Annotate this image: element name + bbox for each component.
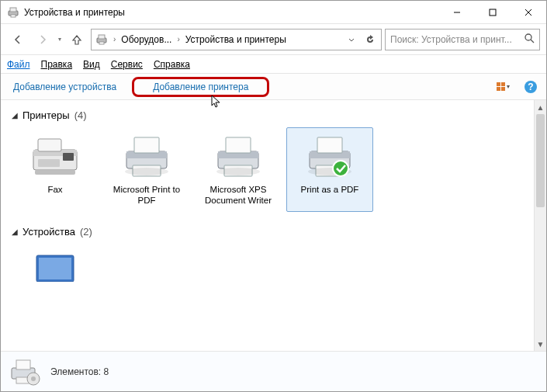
navigation-bar: ▾ › Оборудов... › Устройства и принтеры … xyxy=(1,24,546,55)
device-label: Print as a PDF xyxy=(301,184,359,195)
window-title: Устройства и принтеры xyxy=(24,7,439,18)
status-bar: Элементов: 8 xyxy=(1,351,546,391)
address-bar[interactable]: › Оборудов... › Устройства и принтеры xyxy=(91,29,382,50)
back-button[interactable] xyxy=(7,29,29,50)
search-placeholder: Поиск: Устройства и принт... xyxy=(390,34,512,45)
breadcrumb-sep-icon[interactable]: › xyxy=(113,35,116,43)
menu-help[interactable]: Справка xyxy=(154,59,190,70)
svg-point-35 xyxy=(333,161,348,176)
svg-line-11 xyxy=(531,40,534,43)
section-printers-label: Принтеры xyxy=(23,109,70,121)
device-label: Microsoft XPS Document Writer xyxy=(199,184,278,206)
maximize-button[interactable] xyxy=(475,1,511,24)
svg-rect-32 xyxy=(317,137,342,153)
printer-icon xyxy=(119,133,175,179)
printer-default-icon xyxy=(302,133,358,179)
device-print-as-pdf[interactable]: Print as a PDF xyxy=(286,127,373,212)
section-devices-header[interactable]: ◢ Устройства (2) xyxy=(12,226,523,238)
svg-rect-37 xyxy=(39,258,71,279)
section-printers-count: (4) xyxy=(74,109,87,121)
refresh-button[interactable] xyxy=(362,31,378,48)
devices-printers-icon xyxy=(95,33,109,47)
device-label: Fax xyxy=(47,184,62,195)
device-label: Microsoft Print to PDF xyxy=(107,184,186,206)
svg-rect-41 xyxy=(16,360,30,369)
section-devices-label: Устройства xyxy=(23,226,75,238)
breadcrumb-devices-printers[interactable]: Устройства и принтеры xyxy=(183,33,289,47)
svg-rect-4 xyxy=(490,9,496,16)
scroll-up-button[interactable]: ▲ xyxy=(535,100,546,114)
scroll-thumb[interactable] xyxy=(536,114,545,207)
svg-point-10 xyxy=(525,34,531,40)
menu-service[interactable]: Сервис xyxy=(111,59,143,70)
printers-grid: Fax Microsoft Print to PDF xyxy=(12,127,523,212)
svg-rect-8 xyxy=(99,35,105,39)
status-devices-icon xyxy=(9,356,41,388)
status-text: Элементов: 8 xyxy=(50,366,109,377)
printer-icon xyxy=(210,133,266,179)
section-devices-count: (2) xyxy=(80,226,92,238)
svg-rect-2 xyxy=(11,15,16,17)
main-pane: ◢ Принтеры (4) xyxy=(1,100,534,351)
caret-down-icon: ◢ xyxy=(12,227,18,236)
vertical-scrollbar[interactable]: ▲ ▼ xyxy=(534,100,546,351)
breadcrumb-hardware[interactable]: Оборудов... xyxy=(119,33,174,47)
svg-rect-16 xyxy=(38,139,61,151)
add-printer-label: Добавление принтера xyxy=(153,82,248,92)
window-controls xyxy=(439,1,546,24)
menu-edit[interactable]: Правка xyxy=(41,59,73,70)
svg-point-29 xyxy=(216,168,260,175)
device-ms-xps[interactable]: Microsoft XPS Document Writer xyxy=(195,127,282,212)
scroll-track[interactable] xyxy=(535,114,546,337)
svg-point-44 xyxy=(31,376,36,381)
window: Устройства и принтеры ▾ xyxy=(0,0,547,392)
recent-dropdown[interactable]: ▾ xyxy=(57,36,63,43)
caret-down-icon: ◢ xyxy=(12,111,18,120)
breadcrumb-sep-icon[interactable]: › xyxy=(177,35,179,43)
add-printer-button[interactable]: Добавление принтера xyxy=(132,77,269,97)
svg-rect-17 xyxy=(63,153,74,161)
titlebar: Устройства и принтеры xyxy=(1,1,546,24)
content-area: ◢ Принтеры (4) xyxy=(1,100,546,351)
view-options-button[interactable]: ▾ xyxy=(493,78,512,96)
device-fax[interactable]: Fax xyxy=(12,127,99,212)
svg-rect-38 xyxy=(49,282,61,283)
devices-grid xyxy=(12,244,523,283)
svg-rect-18 xyxy=(38,159,60,167)
address-dropdown-button[interactable] xyxy=(344,31,359,48)
command-bar: Добавление устройства Добавление принтер… xyxy=(1,74,546,100)
help-button[interactable]: ? xyxy=(521,78,540,96)
svg-rect-1 xyxy=(10,8,16,12)
device-monitor[interactable] xyxy=(12,244,99,283)
close-button[interactable] xyxy=(511,1,546,24)
svg-text:?: ? xyxy=(528,82,533,92)
svg-rect-27 xyxy=(226,137,251,153)
search-icon[interactable] xyxy=(524,33,535,46)
menu-bar: Файл Правка Вид Сервис Справка xyxy=(1,55,546,74)
add-device-button[interactable]: Добавление устройства xyxy=(7,78,123,95)
minimize-button[interactable] xyxy=(439,1,475,24)
menu-view[interactable]: Вид xyxy=(83,59,100,70)
devices-printers-icon xyxy=(7,6,19,19)
section-printers-header[interactable]: ◢ Принтеры (4) xyxy=(12,109,523,121)
svg-rect-22 xyxy=(134,137,159,153)
menu-file[interactable]: Файл xyxy=(7,59,30,70)
forward-button[interactable] xyxy=(32,29,54,50)
device-ms-print-pdf[interactable]: Microsoft Print to PDF xyxy=(103,127,190,212)
svg-point-24 xyxy=(125,168,168,175)
fax-icon xyxy=(27,133,83,179)
svg-rect-9 xyxy=(99,42,104,44)
scroll-down-button[interactable]: ▼ xyxy=(535,337,546,351)
search-box[interactable]: Поиск: Устройства и принт... xyxy=(385,29,540,50)
up-button[interactable] xyxy=(66,29,88,50)
svg-rect-19 xyxy=(35,170,75,175)
monitor-icon xyxy=(27,249,83,283)
